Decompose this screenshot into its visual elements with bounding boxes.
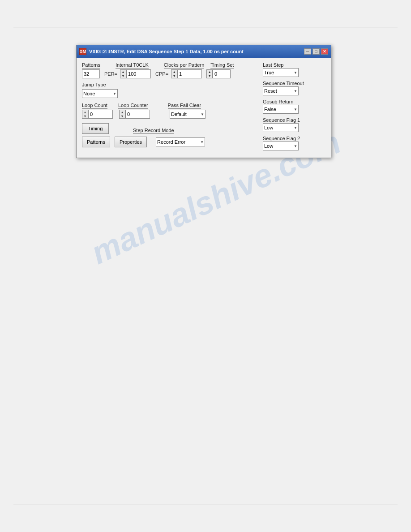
page-border-bottom [13, 505, 398, 505]
app-icon: GM [79, 48, 86, 55]
sequence-timeout-value: Reset [264, 88, 277, 94]
loop-counter-spinner[interactable]: ▲ ▼ [119, 110, 168, 119]
loop-count-input[interactable] [88, 110, 113, 119]
last-step-arrow: ▼ [294, 71, 297, 75]
title-bar-left: GM VXI0::2::INSTR, Edit DSA Sequence Ste… [79, 48, 244, 55]
step-record-mode-value: Record Error [157, 139, 185, 145]
properties-button[interactable]: Properties [115, 137, 147, 147]
clocks-per-pattern-label: Clocks per Pattern [164, 62, 204, 69]
sequence-flag1-arrow: ▼ [294, 126, 297, 130]
per-spinner-arrows[interactable]: ▲ ▼ [120, 69, 126, 78]
pass-fail-clear-value: Default [171, 112, 187, 117]
loop-count-up[interactable]: ▲ [82, 110, 88, 114]
title-controls: ─ □ ✕ [304, 48, 328, 55]
window-body: Patterns Internal T0CLK Clocks per Patte… [77, 58, 331, 158]
loop-labels-row: Loop Count Loop Counter Pass Fail Clear [82, 103, 259, 109]
internal-t0clk-label: Internal T0CLK [116, 62, 149, 69]
sequence-flag1-dropdown[interactable]: Low ▼ [263, 123, 299, 132]
bottom-row: Patterns Properties Record Error ▼ [82, 137, 259, 147]
loop-count-spinner-arrows[interactable]: ▲ ▼ [82, 110, 88, 119]
loop-counter-up[interactable]: ▲ [120, 110, 125, 114]
main-layout: Patterns Internal T0CLK Clocks per Patte… [82, 62, 325, 152]
sequence-flag1-row: Low ▼ [263, 123, 325, 132]
sequence-flag2-dropdown[interactable]: Low ▼ [263, 142, 299, 150]
pass-fail-clear-dropdown[interactable]: Default ▼ [170, 110, 206, 119]
timing-set-spinner-down[interactable]: ▼ [207, 74, 212, 78]
sequence-timeout-section: Sequence Timeout Reset ▼ [263, 81, 325, 97]
close-button[interactable]: ✕ [321, 48, 328, 55]
gosub-return-label: Gosub Return [263, 99, 325, 104]
loop-count-down[interactable]: ▼ [82, 114, 88, 118]
jump-type-value: None [83, 91, 95, 96]
sequence-flag2-row: Low ▼ [263, 142, 325, 150]
loop-counter-down[interactable]: ▼ [120, 114, 125, 118]
last-step-dropdown[interactable]: True ▼ [263, 68, 299, 77]
per-input[interactable] [126, 69, 151, 78]
step-record-mode-arrow: ▼ [200, 140, 204, 144]
page-border-top [13, 27, 398, 27]
jump-type-arrow: ▼ [113, 92, 116, 96]
per-spinner-down[interactable]: ▼ [120, 74, 126, 78]
gosub-return-value: False [264, 107, 276, 112]
last-step-value: True [264, 70, 274, 75]
gosub-return-row: False ▼ [263, 105, 325, 114]
sequence-flag1-section: Sequence Flag 1 Low ▼ [263, 117, 325, 134]
loop-counter-spinner-arrows[interactable]: ▲ ▼ [119, 110, 125, 119]
window-title: VXI0::2::INSTR, Edit DSA Sequence Step 1… [89, 49, 244, 54]
jump-type-dropdown[interactable]: None ▼ [82, 89, 118, 98]
timing-set-input[interactable] [213, 69, 231, 78]
loop-counter-input[interactable] [125, 110, 150, 119]
cpp-input[interactable] [177, 69, 202, 78]
patterns-value: 32 [82, 69, 100, 78]
left-panel: Patterns Internal T0CLK Clocks per Patte… [82, 62, 259, 152]
sequence-flag2-value: Low [264, 143, 273, 149]
sequence-timeout-arrow: ▼ [294, 89, 297, 93]
cpp-spinner[interactable]: ▲ ▼ [171, 69, 205, 78]
sequence-flag2-section: Sequence Flag 2 Low ▼ [263, 136, 325, 152]
sequence-flag1-value: Low [264, 125, 273, 130]
cpp-spinner-down[interactable]: ▼ [171, 74, 177, 78]
top-labels-row: Patterns Internal T0CLK Clocks per Patte… [82, 62, 259, 69]
cpp-spinner-up[interactable]: ▲ [171, 70, 177, 74]
restore-button[interactable]: □ [313, 48, 320, 55]
title-bar: GM VXI0::2::INSTR, Edit DSA Sequence Ste… [77, 45, 331, 58]
per-spinner[interactable]: ▲ ▼ [120, 69, 154, 78]
step-record-mode-label: Step Record Mode [133, 128, 174, 134]
jump-type-value-row: None ▼ [82, 89, 259, 98]
patterns-button[interactable]: Patterns [82, 137, 110, 147]
step-record-dropdown-wrapper: Record Error ▼ [156, 137, 205, 146]
minimize-button[interactable]: ─ [304, 48, 311, 55]
timing-button[interactable]: Timing [82, 123, 109, 134]
gosub-return-section: Gosub Return False ▼ [263, 99, 325, 116]
patterns-label: Patterns [82, 62, 100, 69]
step-record-mode-dropdown[interactable]: Record Error ▼ [156, 137, 205, 146]
sequence-flag2-arrow: ▼ [294, 144, 297, 148]
last-step-row: True ▼ [263, 68, 325, 77]
values-row: 32 PER= ▲ ▼ CPP= [82, 69, 259, 78]
right-panel: Last Step True ▼ Sequence Timeout [263, 62, 325, 152]
window: GM VXI0::2::INSTR, Edit DSA Sequence Ste… [76, 45, 331, 158]
sequence-flag1-label: Sequence Flag 1 [263, 117, 325, 123]
loop-counter-label: Loop Counter [118, 103, 148, 109]
cpp-label: CPP= [155, 71, 168, 77]
per-label: PER= [104, 71, 117, 77]
sequence-timeout-row: Reset ▼ [263, 86, 325, 95]
pass-fail-clear-arrow: ▼ [201, 112, 204, 116]
loop-values-row: ▲ ▼ ▲ ▼ [82, 110, 259, 119]
cpp-spinner-arrows[interactable]: ▲ ▼ [171, 69, 177, 78]
step-record-label-row: Timing Step Record Mode [82, 123, 259, 134]
gosub-return-dropdown[interactable]: False ▼ [263, 105, 299, 114]
sequence-flag2-label: Sequence Flag 2 [263, 136, 325, 141]
timing-set-spinner[interactable]: ▲ ▼ [206, 69, 231, 78]
jump-type-label-row: Jump Type [82, 82, 259, 88]
last-step-label: Last Step [263, 62, 325, 68]
timing-set-label: Timing Set [210, 62, 234, 69]
per-spinner-up[interactable]: ▲ [120, 70, 126, 74]
jump-type-label: Jump Type [82, 82, 106, 88]
timing-set-spinner-up[interactable]: ▲ [207, 70, 212, 74]
sequence-timeout-dropdown[interactable]: Reset ▼ [263, 86, 299, 95]
gosub-return-arrow: ▼ [294, 107, 297, 112]
timing-set-spinner-arrows[interactable]: ▲ ▼ [206, 69, 213, 78]
pass-fail-clear-label: Pass Fail Clear [168, 103, 201, 109]
loop-count-spinner[interactable]: ▲ ▼ [82, 110, 117, 119]
